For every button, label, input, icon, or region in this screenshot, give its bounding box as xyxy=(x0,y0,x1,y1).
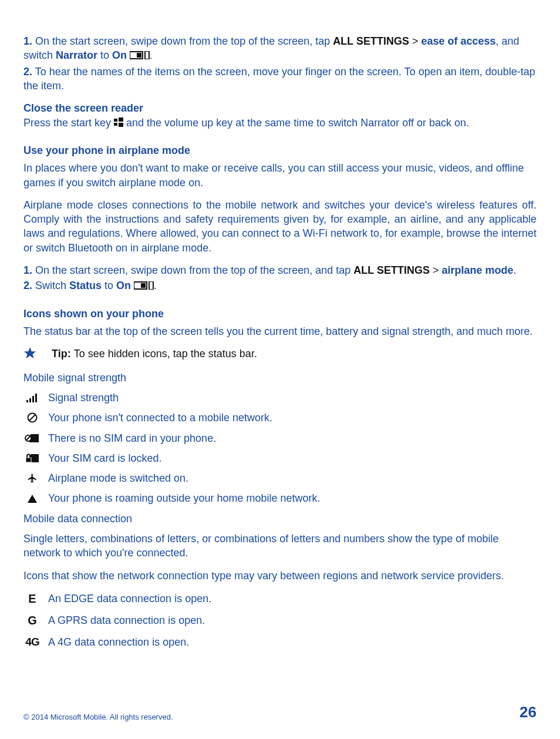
row-no-sim: There is no SIM card in your phone. xyxy=(23,431,537,445)
row-text: An EDGE data connection is open. xyxy=(48,592,211,606)
tip-row: Tip: To see hidden icons, tap the status… xyxy=(23,347,537,363)
narrator-step-2: 2. To hear the names of the items on the… xyxy=(23,65,537,93)
row-signal-strength: Signal strength xyxy=(23,391,537,405)
on-label: On xyxy=(116,280,131,291)
row-no-network: Your phone isn't connected to a mobile n… xyxy=(23,411,537,425)
period: . xyxy=(514,264,517,276)
airplane-step-1: 1. On the start screen, swipe down from … xyxy=(23,263,537,277)
period: . xyxy=(154,280,157,291)
gt: > xyxy=(409,35,421,47)
row-text: Airplane mode is switched on. xyxy=(48,471,188,485)
svg-rect-5 xyxy=(114,123,117,126)
signal-bars-icon xyxy=(23,393,41,402)
svg-line-16 xyxy=(29,415,36,421)
step-num: 1. xyxy=(23,264,32,276)
step-num: 2. xyxy=(23,280,32,291)
on-label: On xyxy=(112,49,127,61)
svg-rect-19 xyxy=(26,458,31,462)
airplane-p2: Airplane mode closes connections to the … xyxy=(23,198,537,255)
start-key-icon xyxy=(114,116,123,130)
row-sim-locked: Your SIM card is locked. xyxy=(23,451,537,465)
star-icon xyxy=(23,347,36,363)
row-text: Your phone isn't connected to a mobile n… xyxy=(48,411,272,425)
svg-marker-20 xyxy=(28,495,37,503)
text: On the start screen, swipe down from the… xyxy=(32,35,333,47)
row-text: Signal strength xyxy=(48,391,119,405)
svg-rect-13 xyxy=(32,396,34,402)
tip-label: Tip: xyxy=(52,348,74,360)
narrator-label: Narrator xyxy=(56,49,97,61)
gprs-icon: G xyxy=(23,613,41,629)
airplane-heading: Use your phone in airplane mode xyxy=(23,143,537,157)
row-gprs: G A GPRS data connection is open. xyxy=(23,613,537,629)
period: . xyxy=(150,49,153,61)
airplane-icon xyxy=(23,473,41,483)
tip-text: To see hidden icons, tap the status bar. xyxy=(74,348,257,360)
close-reader-heading: Close the screen reader xyxy=(23,101,537,115)
text: To hear the names of the items on the sc… xyxy=(23,66,535,92)
mobile-data-heading: Mobile data connection xyxy=(23,512,537,526)
ease-of-access: ease of access xyxy=(421,35,495,47)
gt: > xyxy=(430,264,442,276)
text: On the start screen, swipe down from the… xyxy=(32,264,353,276)
svg-rect-14 xyxy=(35,394,37,402)
text: Press the start key xyxy=(23,117,114,129)
svg-rect-6 xyxy=(119,123,123,127)
copyright: © 2014 Microsoft Mobile. All rights rese… xyxy=(23,712,173,723)
svg-rect-11 xyxy=(26,400,28,402)
toggle-on-icon xyxy=(134,279,154,293)
row-text: Your SIM card is locked. xyxy=(48,451,161,465)
icons-heading: Icons shown on your phone xyxy=(23,307,537,321)
svg-rect-3 xyxy=(114,119,117,122)
all-settings: ALL SETTINGS xyxy=(353,264,430,276)
row-4g: 4G A 4G data connection is open. xyxy=(23,634,537,650)
step-num: 2. xyxy=(23,66,32,78)
row-airplane-mode: Airplane mode is switched on. xyxy=(23,471,537,485)
step-num: 1. xyxy=(23,35,32,47)
svg-marker-10 xyxy=(24,347,36,358)
airplane-step-2: 2. Switch Status to On . xyxy=(23,278,537,293)
page-footer: © 2014 Microsoft Mobile. All rights rese… xyxy=(23,702,537,723)
data-p2: Icons that show the network connection t… xyxy=(23,569,537,583)
text: and the volume up key at the same time t… xyxy=(123,117,469,129)
svg-rect-4 xyxy=(119,117,123,122)
text: to xyxy=(102,280,116,291)
narrator-step-1: 1. On the start screen, swipe down from … xyxy=(23,34,537,63)
mobile-signal-heading: Mobile signal strength xyxy=(23,371,537,385)
page-number: 26 xyxy=(519,702,537,723)
svg-rect-9 xyxy=(149,281,153,290)
text: Switch xyxy=(32,280,69,291)
edge-icon: E xyxy=(23,591,41,607)
svg-rect-1 xyxy=(137,53,141,58)
data-p1: Single letters, combinations of letters,… xyxy=(23,532,537,560)
no-sim-icon xyxy=(23,433,41,444)
row-roaming: Your phone is roaming outside your home … xyxy=(23,491,537,505)
svg-rect-8 xyxy=(141,283,146,288)
svg-rect-2 xyxy=(145,51,149,59)
row-text: There is no SIM card in your phone. xyxy=(48,431,216,445)
row-text: Your phone is roaming outside your home … xyxy=(48,491,321,505)
icons-p1: The status bar at the top of the screen … xyxy=(23,324,537,338)
all-settings: ALL SETTINGS xyxy=(333,35,409,47)
status-label: Status xyxy=(69,280,102,291)
toggle-on-icon xyxy=(130,49,150,63)
4g-icon: 4G xyxy=(23,634,41,650)
no-network-icon xyxy=(23,412,41,423)
svg-rect-12 xyxy=(29,398,31,402)
row-edge: E An EDGE data connection is open. xyxy=(23,591,537,607)
text: to xyxy=(97,49,112,61)
roaming-triangle-icon xyxy=(23,494,41,503)
row-text: A 4G data connection is open. xyxy=(48,635,189,649)
airplane-mode-label: airplane mode xyxy=(442,264,514,276)
sim-locked-icon xyxy=(23,453,41,463)
row-text: A GPRS data connection is open. xyxy=(48,613,205,627)
close-reader-text: Press the start key and the volume up ke… xyxy=(23,116,537,130)
airplane-p1: In places where you don't want to make o… xyxy=(23,161,537,190)
tip-content: Tip: To see hidden icons, tap the status… xyxy=(52,347,257,361)
